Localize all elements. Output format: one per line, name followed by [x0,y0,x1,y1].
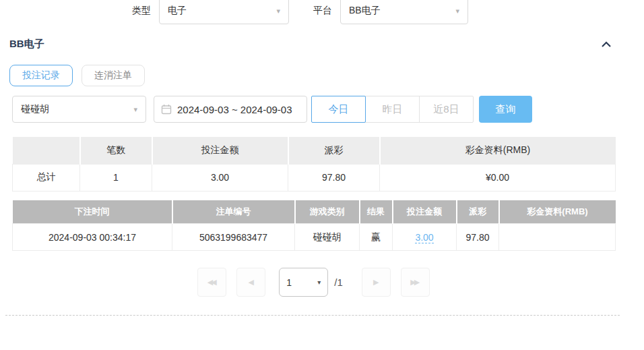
double-right-arrow-icon: ▶▶ [410,278,418,287]
page-select-value: 1 [286,277,292,288]
tab-cancelled-orders[interactable]: 连消注单 [82,65,145,86]
summary-total-count: 1 [80,164,152,191]
detail-header-order-no: 注单编号 [172,200,295,224]
table-row: 2024-09-03 00:34:17 5063199683477 碰碰胡 赢 … [13,224,616,251]
platform-select-value: BB电子 [349,5,381,17]
section-header: BB电子 [0,38,644,51]
detail-header-bet-amount: 投注金额 [393,200,457,224]
pagination: ◀◀ ◀ 1 ▾ /1 ▶ ▶▶ [12,268,615,297]
calendar-icon [161,104,172,115]
summary-total-bet-amount: 3.00 [152,164,288,191]
detail-header-result: 结果 [360,200,393,224]
chevron-down-icon: ▾ [317,279,321,286]
last-page-button[interactable]: ▶▶ [401,268,430,297]
summary-header-bet-amount: 投注金额 [152,137,288,164]
top-filter-row: 类型 电子 ▾ 平台 BB电子 ▾ [0,0,644,25]
summary-header-count: 笔数 [80,137,152,164]
order-number: 5063199683477 [172,224,295,251]
summary-total-label: 总计 [13,164,80,191]
game-type-select[interactable]: 碰碰胡 ▾ [12,96,146,123]
right-arrow-icon: ▶ [373,278,379,287]
chevron-down-icon: ▾ [133,105,137,114]
last-8-days-button[interactable]: 近8日 [419,96,474,123]
payout: 97.80 [457,224,499,251]
summary-table: 笔数 投注金额 派彩 彩金资料(RMB) 总计 1 3.00 97.80 ¥0.… [12,137,616,192]
today-button[interactable]: 今日 [311,96,366,123]
tab-bet-records[interactable]: 投注记录 [9,65,73,86]
page-total-label: /1 [334,276,343,288]
next-page-button[interactable]: ▶ [362,268,391,297]
quick-date-group: 今日 昨日 近8日 [311,96,474,123]
detail-header-payout: 派彩 [457,200,499,224]
left-arrow-icon: ◀ [249,278,254,287]
summary-total-payout: 97.80 [288,164,380,191]
detail-table: 下注时间 注单编号 游戏类别 结果 投注金额 派彩 彩金资料(RMB) 2024… [12,200,616,252]
page-select[interactable]: 1 ▾ [279,268,328,297]
detail-header-time: 下注时间 [13,200,172,224]
page-title: BB电子 [9,38,44,51]
type-select[interactable]: 电子 ▾ [159,0,289,24]
summary-header-empty [13,137,80,164]
date-range-input[interactable]: 2024-09-03 ~ 2024-09-03 [154,96,307,123]
summary-header-row: 笔数 投注金额 派彩 彩金资料(RMB) [13,137,616,164]
detail-header-game: 游戏类别 [295,200,360,224]
platform-label: 平台 [313,5,332,17]
summary-header-payout: 派彩 [288,137,380,164]
chevron-up-icon [601,40,612,50]
platform-select[interactable]: BB电子 ▾ [340,0,468,24]
double-left-arrow-icon: ◀◀ [207,278,215,287]
detail-header-row: 下注时间 注单编号 游戏类别 结果 投注金额 派彩 彩金资料(RMB) [13,200,616,224]
detail-header-bonus: 彩金资料(RMB) [499,200,616,224]
date-range-value: 2024-09-03 ~ 2024-09-03 [177,104,292,115]
bet-time: 2024-09-03 00:34:17 [13,224,172,251]
bonus [499,224,616,251]
game-type: 碰碰胡 [295,224,360,251]
first-page-button[interactable]: ◀◀ [197,268,226,297]
chevron-down-icon: ▾ [276,7,280,16]
type-select-value: 电子 [168,5,187,17]
query-button[interactable]: 查询 [479,96,532,123]
filter-bar: 碰碰胡 ▾ 2024-09-03 ~ 2024-09-03 今日 昨日 近8日 … [12,96,644,123]
collapse-button[interactable] [600,40,613,49]
bet-amount-link[interactable]: 3.00 [415,232,433,243]
type-label: 类型 [132,5,151,17]
prev-page-button[interactable]: ◀ [236,268,265,297]
yesterday-button[interactable]: 昨日 [365,96,420,123]
tabs-row: 投注记录 连消注单 [9,65,644,86]
result: 赢 [360,224,393,251]
summary-total-row: 总计 1 3.00 97.80 ¥0.00 [13,164,616,191]
summary-header-bonus: 彩金资料(RMB) [380,137,616,164]
section-divider [5,315,620,316]
chevron-down-icon: ▾ [455,7,459,16]
game-type-select-value: 碰碰胡 [21,103,49,115]
summary-total-bonus: ¥0.00 [380,164,616,191]
